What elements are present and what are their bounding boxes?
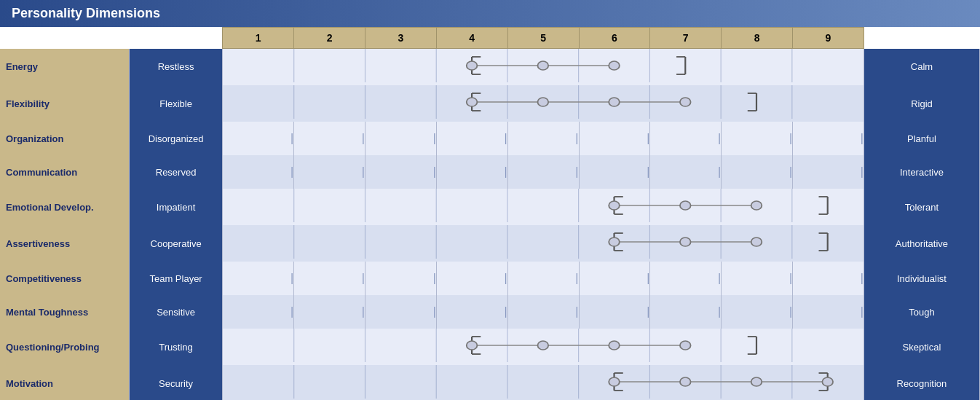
grid-cell-3 <box>365 122 436 155</box>
chart-cell <box>223 49 864 86</box>
grid-cell-1 <box>223 155 294 189</box>
svg-point-72 <box>751 238 762 246</box>
dimensions-table: 1 2 3 4 5 6 7 8 9 EnergyRestlessCalmFlex… <box>0 27 980 400</box>
grid-cell-2 <box>294 122 365 155</box>
grid-cell-7 <box>650 122 722 155</box>
dimension-label: Questioning/Probing <box>0 329 129 365</box>
left-label: Security <box>129 365 222 400</box>
grid-cell-8 <box>722 262 793 295</box>
grid-cell-5 <box>507 295 579 329</box>
table-row: Questioning/ProbingTrustingSkeptical <box>0 329 980 365</box>
svg-point-34 <box>538 98 549 106</box>
personality-dimensions-container: Personality Dimensions 1 2 3 4 5 6 <box>0 0 980 400</box>
svg-point-109 <box>751 377 762 386</box>
grid-cell-3 <box>365 295 436 329</box>
table-row: MotivationSecurityRecognition <box>0 365 980 400</box>
grid-cell-8 <box>722 155 793 189</box>
left-label: Restless <box>129 49 222 86</box>
chart-cell <box>223 85 864 122</box>
dimension-label: Assertiveness <box>0 225 129 262</box>
grid-cell-3 <box>365 155 436 189</box>
col-header-4: 4 <box>436 28 507 49</box>
right-label: Tough <box>864 295 979 329</box>
chart-cell <box>223 365 864 400</box>
svg-point-110 <box>823 377 834 386</box>
grid-cell-4 <box>436 262 507 295</box>
chart-cell <box>223 225 864 262</box>
left-label: Cooperative <box>129 225 222 262</box>
grid-cell-9 <box>793 262 864 295</box>
svg-point-53 <box>680 201 691 210</box>
left-label: Team Player <box>129 262 222 295</box>
left-label: Disorganized <box>129 122 222 155</box>
grid-cell-6 <box>579 295 650 329</box>
grid-cell-1 <box>223 122 294 155</box>
page-title: Personality Dimensions <box>0 0 980 27</box>
svg-point-70 <box>609 238 620 246</box>
table-row: CommunicationReservedInteractive <box>0 155 980 189</box>
grid-cell-7 <box>650 155 722 189</box>
grid-cell-8 <box>722 122 793 155</box>
grid-cell-5 <box>507 122 579 155</box>
grid-cell-6 <box>579 122 650 155</box>
left-label: Trusting <box>129 329 222 365</box>
grid-cell-6 <box>579 155 650 189</box>
right-label: Recognition <box>864 365 979 400</box>
grid-cell-4 <box>436 155 507 189</box>
svg-point-108 <box>680 377 691 386</box>
right-label: Interactive <box>864 155 979 189</box>
dimension-label: Motivation <box>0 365 129 400</box>
table-row: CompetitivenessTeam PlayerIndividualist <box>0 262 980 295</box>
left-label: Impatient <box>129 189 222 225</box>
dimension-label: Emotional Develop. <box>0 189 129 225</box>
dimension-label: Mental Toughness <box>0 295 129 329</box>
grid-cell-2 <box>294 262 365 295</box>
col-header-2: 2 <box>294 28 365 49</box>
grid-cell-1 <box>223 262 294 295</box>
right-label: Authoritative <box>864 225 979 262</box>
svg-point-36 <box>680 98 691 106</box>
grid-cell-5 <box>507 155 579 189</box>
svg-point-15 <box>467 61 478 70</box>
dimension-label: Organization <box>0 122 129 155</box>
dimension-label: Flexibility <box>0 85 129 122</box>
grid-cell-9 <box>793 295 864 329</box>
col-header-3: 3 <box>365 28 436 49</box>
dimension-label: Competitiveness <box>0 262 129 295</box>
right-label: Individualist <box>864 262 979 295</box>
right-label: Rigid <box>864 85 979 122</box>
table-row: Mental ToughnessSensitiveTough <box>0 295 980 329</box>
svg-point-71 <box>680 238 691 246</box>
table-row: AssertivenessCooperativeAuthoritative <box>0 225 980 262</box>
left-label: Reserved <box>129 155 222 189</box>
svg-point-90 <box>609 341 620 350</box>
svg-point-91 <box>680 341 691 350</box>
grid-cell-2 <box>294 295 365 329</box>
svg-point-33 <box>467 98 478 106</box>
col-header-5: 5 <box>507 28 579 49</box>
right-label: Calm <box>864 49 979 86</box>
grid-cell-9 <box>793 122 864 155</box>
column-headers: 1 2 3 4 5 6 7 8 9 <box>0 28 980 49</box>
chart-cell <box>223 189 864 225</box>
right-label: Planful <box>864 122 979 155</box>
grid-cell-8 <box>722 295 793 329</box>
svg-point-17 <box>609 61 620 70</box>
grid-cell-9 <box>793 155 864 189</box>
col-header-7: 7 <box>650 28 722 49</box>
grid-cell-6 <box>579 262 650 295</box>
col-header-1: 1 <box>223 28 294 49</box>
grid-cell-1 <box>223 295 294 329</box>
svg-point-16 <box>538 61 549 70</box>
col-header-8: 8 <box>722 28 793 49</box>
right-label: Skeptical <box>864 329 979 365</box>
grid-cell-4 <box>436 122 507 155</box>
grid-cell-7 <box>650 262 722 295</box>
table-row: EnergyRestlessCalm <box>0 49 980 86</box>
grid-cell-4 <box>436 295 507 329</box>
left-label: Sensitive <box>129 295 222 329</box>
svg-point-107 <box>609 377 620 386</box>
grid-cell-2 <box>294 155 365 189</box>
svg-point-35 <box>609 98 620 106</box>
table-row: Emotional Develop.ImpatientTolerant <box>0 189 980 225</box>
